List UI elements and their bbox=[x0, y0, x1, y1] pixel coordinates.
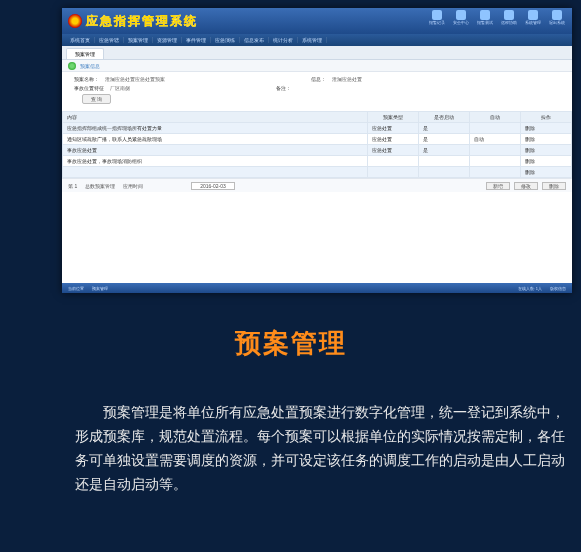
menu-event[interactable]: 事件管理 bbox=[182, 37, 211, 43]
search-button[interactable]: 查 询 bbox=[82, 94, 111, 104]
gear-icon bbox=[528, 10, 538, 20]
col-type[interactable]: 预案类型 bbox=[368, 112, 419, 123]
cell-auto bbox=[470, 167, 521, 178]
table-row[interactable]: 应急指挥部组成统一指挥现场所有处置力量 应急处置 是 删除 bbox=[63, 123, 572, 134]
power-icon bbox=[552, 10, 562, 20]
delete-link[interactable]: 删除 bbox=[521, 145, 572, 156]
breadcrumb-label: 当前位置 bbox=[68, 286, 84, 291]
section-title: 预案信息 bbox=[80, 63, 100, 69]
cell-start-link[interactable] bbox=[419, 156, 470, 167]
delete-link[interactable]: 删除 bbox=[521, 167, 572, 178]
cell-content: 通知区域疏散广播，联系人员紧急疏散现场 bbox=[63, 134, 368, 145]
date-label: 应用时间 bbox=[123, 183, 143, 189]
pager-count: 第 1 bbox=[68, 183, 77, 189]
table-row[interactable]: 通知区域疏散广播，联系人员紧急疏散现场 应急处置 是 自动 删除 bbox=[63, 134, 572, 145]
edit-button[interactable]: 修改 bbox=[514, 182, 538, 190]
menu-stats[interactable]: 统计分析 bbox=[269, 37, 298, 43]
cell-start-link[interactable]: 是 bbox=[419, 145, 470, 156]
filter-info-label: 信息： bbox=[311, 76, 326, 82]
header-btn-security[interactable]: 安全中心 bbox=[450, 10, 472, 25]
plan-table: 内容 预案类型 是否启动 自动 操作 应急指挥部组成统一指挥现场所有处置力量 应… bbox=[62, 111, 572, 178]
col-op[interactable]: 操作 bbox=[521, 112, 572, 123]
menu-publish[interactable]: 信息发布 bbox=[240, 37, 269, 43]
menu-plan[interactable]: 预案管理 bbox=[124, 37, 153, 43]
cell-content: 事故应急处置 bbox=[63, 145, 368, 156]
globe-icon bbox=[504, 10, 514, 20]
app-logo-icon bbox=[68, 14, 82, 28]
tab-bar: 预案管理 bbox=[62, 46, 572, 60]
header-btn-exit[interactable]: 退出系统 bbox=[546, 10, 568, 25]
header-btn-remote[interactable]: 远程协助 bbox=[498, 10, 520, 25]
col-start[interactable]: 是否启动 bbox=[419, 112, 470, 123]
cell-type: 应急处置 bbox=[368, 123, 419, 134]
filter-panel: 预案名称： 泄漏应急处置应急处置预案 信息： 泄漏应急处置 事故位置特征 厂区南… bbox=[62, 72, 572, 111]
bell-icon bbox=[432, 10, 442, 20]
section-header: 预案信息 bbox=[62, 60, 572, 72]
cell-type bbox=[368, 167, 419, 178]
menu-drill[interactable]: 应急演练 bbox=[211, 37, 240, 43]
cell-start-link[interactable] bbox=[419, 167, 470, 178]
cell-auto bbox=[470, 145, 521, 156]
cell-content: 事故应急处置，事故现场消防组织 bbox=[63, 156, 368, 167]
cell-content bbox=[63, 167, 368, 178]
pager-bar: 第 1 总数预案管理 应用时间 2016-02-03 新增 修改 删除 bbox=[62, 178, 572, 192]
tab-plan-manage[interactable]: 预案管理 bbox=[66, 48, 104, 59]
filter-note-label: 备注： bbox=[276, 85, 291, 91]
col-auto[interactable]: 自动 bbox=[470, 112, 521, 123]
col-content[interactable]: 内容 bbox=[63, 112, 368, 123]
table-row[interactable]: 删除 bbox=[63, 167, 572, 178]
cell-type: 应急处置 bbox=[368, 134, 419, 145]
main-menu: 系统首页 应急管辖 预案管理 资源管理 事件管理 应急演练 信息发布 统计分析 … bbox=[62, 34, 572, 46]
filter-loc-value: 厂区南侧 bbox=[110, 85, 130, 91]
copyright: 版权信息 bbox=[550, 286, 566, 291]
cell-type: 应急处置 bbox=[368, 145, 419, 156]
pager-total: 总数预案管理 bbox=[85, 183, 115, 189]
cell-type bbox=[368, 156, 419, 167]
table-row[interactable]: 事故应急处置 应急处置 是 删除 bbox=[63, 145, 572, 156]
app-window: 应急指挥管理系统 报警记录 安全中心 报警测试 远程协助 系统管理 退出系统 系… bbox=[62, 8, 572, 293]
filter-name-label: 预案名称： bbox=[74, 76, 99, 82]
filter-name-value: 泄漏应急处置应急处置预案 bbox=[105, 76, 165, 82]
page-description: 预案管理是将单位所有应急处置预案进行数字化管理，统一登记到系统中，形成预案库，规… bbox=[75, 400, 565, 496]
header-toolbar: 报警记录 安全中心 报警测试 远程协助 系统管理 退出系统 bbox=[426, 10, 568, 25]
cell-start-link[interactable]: 是 bbox=[419, 123, 470, 134]
header-btn-settings[interactable]: 系统管理 bbox=[522, 10, 544, 25]
filter-info-value: 泄漏应急处置 bbox=[332, 76, 362, 82]
header-btn-alarm-log[interactable]: 报警记录 bbox=[426, 10, 448, 25]
phone-icon bbox=[480, 10, 490, 20]
status-bar: 当前位置 预案管理 在线人数: 1人 版权信息 bbox=[62, 283, 572, 293]
cell-auto bbox=[470, 123, 521, 134]
filter-loc-label: 事故位置特征 bbox=[74, 85, 104, 91]
breadcrumb-current: 预案管理 bbox=[92, 286, 108, 291]
menu-jurisdiction[interactable]: 应急管辖 bbox=[95, 37, 124, 43]
refresh-icon[interactable] bbox=[68, 62, 76, 70]
menu-resource[interactable]: 资源管理 bbox=[153, 37, 182, 43]
add-button[interactable]: 新增 bbox=[486, 182, 510, 190]
table-row[interactable]: 事故应急处置，事故现场消防组织 删除 bbox=[63, 156, 572, 167]
header-btn-alarm-test[interactable]: 报警测试 bbox=[474, 10, 496, 25]
app-header: 应急指挥管理系统 报警记录 安全中心 报警测试 远程协助 系统管理 退出系统 bbox=[62, 8, 572, 34]
date-input[interactable]: 2016-02-03 bbox=[191, 182, 235, 190]
menu-home[interactable]: 系统首页 bbox=[66, 37, 95, 43]
shield-icon bbox=[456, 10, 466, 20]
online-count: 在线人数: 1人 bbox=[518, 286, 542, 291]
delete-link[interactable]: 删除 bbox=[521, 123, 572, 134]
page-title: 预案管理 bbox=[0, 326, 581, 361]
delete-button[interactable]: 删除 bbox=[542, 182, 566, 190]
cell-start-link[interactable]: 是 bbox=[419, 134, 470, 145]
delete-link[interactable]: 删除 bbox=[521, 156, 572, 167]
cell-content: 应急指挥部组成统一指挥现场所有处置力量 bbox=[63, 123, 368, 134]
app-title: 应急指挥管理系统 bbox=[86, 13, 198, 30]
menu-sys[interactable]: 系统管理 bbox=[298, 37, 327, 43]
cell-auto: 自动 bbox=[470, 134, 521, 145]
cell-auto bbox=[470, 156, 521, 167]
delete-link[interactable]: 删除 bbox=[521, 134, 572, 145]
